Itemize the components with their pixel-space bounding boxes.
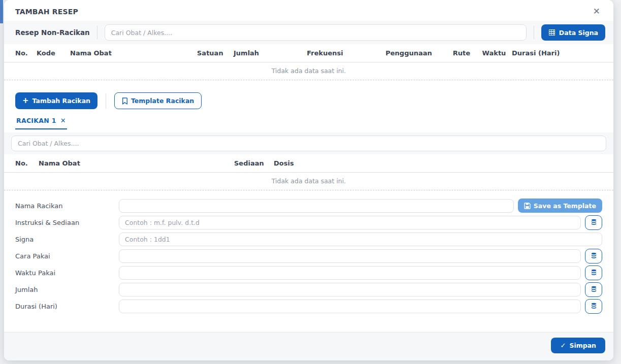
cara-pakai-options-button[interactable] <box>585 249 602 263</box>
nama-racikan-label: Nama Racikan <box>15 202 115 210</box>
database-icon <box>591 286 597 293</box>
cara-pakai-input[interactable] <box>119 249 581 263</box>
form-row-signa: Signa <box>15 232 602 246</box>
non-racikan-empty-state: Tidak ada data saat ini. <box>4 62 613 80</box>
database-icon <box>591 303 597 310</box>
racikan-search-band <box>4 133 613 154</box>
col-jumlah: Jumlah <box>234 49 279 57</box>
vertical-divider <box>106 93 106 109</box>
data-signa-label: Data Signa <box>559 29 598 37</box>
racikan-actions: + Tambah Racikan Template Racikan <box>4 80 613 109</box>
form-row-nama-racikan: Nama Racikan Save as Template <box>15 198 602 213</box>
col-sediaan: Sediaan <box>234 159 274 167</box>
search-obat-racikan-input[interactable] <box>11 136 606 151</box>
tab-racikan-1-label: RACIKAN 1 <box>16 117 56 124</box>
col-frekuensi: Frekuensi <box>279 49 371 57</box>
cara-pakai-label: Cara Pakai <box>15 252 115 260</box>
database-icon <box>591 219 597 226</box>
waktu-pakai-input[interactable] <box>119 266 581 280</box>
tab-close-icon[interactable]: ✕ <box>60 117 66 124</box>
racikan-form: Nama Racikan Save as Template Instruksi … <box>4 190 613 313</box>
search-obat-non-racikan-input[interactable] <box>105 24 527 41</box>
tambah-racikan-label: Tambah Racikan <box>32 97 90 105</box>
col-no: No. <box>15 159 39 167</box>
modal-header: TAMBAH RESEP ✕ <box>4 0 613 21</box>
database-icon <box>591 269 597 276</box>
close-icon[interactable]: ✕ <box>591 6 602 17</box>
durasi-label: Durasi (Hari) <box>15 303 115 310</box>
col-waktu: Waktu <box>476 49 512 57</box>
racikan-empty-state: Tidak ada data saat ini. <box>4 173 613 190</box>
instruksi-options-button[interactable] <box>585 215 602 230</box>
durasi-input[interactable] <box>119 300 581 313</box>
background-sidebar-strip <box>0 0 3 23</box>
save-as-template-label: Save as Template <box>534 202 596 210</box>
racikan-table-header: No. Nama Obat Sediaan Dosis <box>4 154 613 173</box>
form-row-jumlah: Jumlah <box>15 282 602 296</box>
waktu-pakai-label: Waktu Pakai <box>15 269 115 277</box>
check-icon: ✓ <box>560 342 566 349</box>
form-row-durasi: Durasi (Hari) <box>15 299 602 313</box>
tab-racikan-1[interactable]: RACIKAN 1 ✕ <box>15 117 67 129</box>
col-nama-obat: Nama Obat <box>70 49 197 57</box>
col-durasi: Durasi (Hari) <box>512 49 602 57</box>
signa-input[interactable] <box>119 233 602 246</box>
form-row-cara-pakai: Cara Pakai <box>15 249 602 263</box>
modal-title: TAMBAH RESEP <box>15 8 78 16</box>
jumlah-label: Jumlah <box>15 286 115 293</box>
durasi-options-button[interactable] <box>585 299 602 314</box>
instruksi-sediaan-input[interactable] <box>119 216 581 229</box>
nama-racikan-input[interactable] <box>119 199 514 213</box>
floppy-disk-icon <box>524 203 531 209</box>
database-icon <box>591 252 597 259</box>
table-grid-icon <box>548 29 555 36</box>
racikan-tabs: RACIKAN 1 ✕ <box>4 109 613 129</box>
plus-icon: + <box>22 97 29 105</box>
col-satuan: Satuan <box>197 49 234 57</box>
form-row-waktu-pakai: Waktu Pakai <box>15 266 602 280</box>
simpan-button[interactable]: ✓ Simpan <box>551 338 605 353</box>
col-rute: Rute <box>447 49 476 57</box>
template-racikan-label: Template Racikan <box>131 97 194 105</box>
data-signa-button[interactable]: Data Signa <box>541 24 605 41</box>
col-nama-obat: Nama Obat <box>39 159 234 167</box>
bookmark-icon <box>122 97 127 105</box>
col-kode: Kode <box>37 49 70 57</box>
jumlah-input[interactable] <box>119 283 581 296</box>
non-racikan-table-header: No. Kode Nama Obat Satuan Jumlah Frekuen… <box>4 44 613 62</box>
waktu-pakai-options-button[interactable] <box>585 266 602 280</box>
signa-label: Signa <box>15 236 115 243</box>
modal-footer: ✓ Simpan <box>4 332 613 360</box>
save-as-template-button[interactable]: Save as Template <box>518 198 602 213</box>
form-row-instruksi-sediaan: Instruksi & Sediaan <box>15 215 602 229</box>
vertical-divider <box>534 26 534 39</box>
col-dosis: Dosis <box>274 159 602 167</box>
col-penggunaan: Penggunaan <box>371 49 447 57</box>
non-racikan-toolbar: Resep Non-Racikan Data Signa <box>4 21 613 44</box>
simpan-label: Simpan <box>569 342 596 349</box>
template-racikan-button[interactable]: Template Racikan <box>114 92 202 109</box>
jumlah-options-button[interactable] <box>585 282 602 297</box>
vertical-divider <box>97 26 97 39</box>
tambah-racikan-button[interactable]: + Tambah Racikan <box>15 92 97 109</box>
col-no: No. <box>15 49 37 57</box>
instruksi-sediaan-label: Instruksi & Sediaan <box>15 219 115 226</box>
tambah-resep-modal: TAMBAH RESEP ✕ Resep Non-Racikan Data Si… <box>4 0 613 360</box>
section-label-non-racikan: Resep Non-Racikan <box>15 28 90 37</box>
